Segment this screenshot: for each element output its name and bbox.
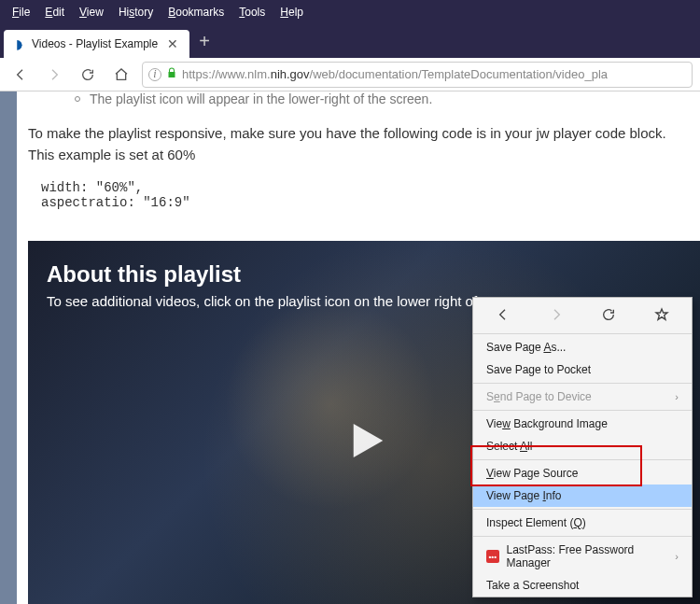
reload-button[interactable] — [75, 62, 101, 88]
url-bar[interactable]: i https://www.nlm.nih.gov/web/documentat… — [142, 62, 693, 88]
star-icon — [654, 307, 669, 322]
arrow-right-icon — [47, 67, 62, 82]
nested-list-item: The playlist icon will appear in the low… — [28, 91, 681, 116]
ctx-send-page-to-device[interactable]: Send Page to Device› — [473, 386, 692, 408]
arrow-right-icon — [549, 307, 564, 322]
reload-icon — [601, 307, 616, 322]
play-icon — [339, 415, 389, 466]
ctx-back-button[interactable] — [490, 303, 516, 326]
arrow-left-icon — [13, 67, 28, 82]
home-icon — [114, 67, 129, 82]
context-nav-row — [473, 298, 692, 331]
video-heading: About this playlist — [28, 241, 700, 293]
lock-icon — [166, 67, 177, 81]
ctx-lastpass[interactable]: •••LastPass: Free Password Manager › — [473, 539, 692, 574]
lastpass-icon: ••• — [486, 550, 499, 563]
tab-title: Videos - Playlist Example — [32, 37, 158, 50]
browser-menubar: File Edit View History Bookmarks Tools H… — [0, 0, 700, 24]
left-rail — [0, 91, 17, 604]
arrow-left-icon — [496, 307, 511, 322]
ctx-save-to-pocket[interactable]: Save Page to Pocket — [473, 358, 692, 381]
context-menu: Save Page As... Save Page to Pocket Send… — [472, 297, 693, 597]
page-content: The playlist icon will appear in the low… — [0, 91, 700, 210]
ctx-view-page-source[interactable]: View Page Source — [473, 462, 692, 485]
responsive-paragraph: To make the playlist responsive, make su… — [28, 123, 681, 165]
menu-view[interactable]: View — [73, 4, 110, 21]
home-button[interactable] — [108, 62, 134, 88]
tab-active[interactable]: ◗ Videos - Playlist Example ✕ — [4, 30, 189, 58]
ctx-forward-button[interactable] — [543, 303, 569, 326]
new-tab-button[interactable]: + — [189, 31, 219, 58]
ctx-save-page-as[interactable]: Save Page As... — [473, 336, 692, 358]
menu-help[interactable]: Help — [273, 4, 310, 21]
forward-button[interactable] — [41, 62, 67, 88]
back-button[interactable] — [7, 62, 34, 88]
ctx-view-background-image[interactable]: View Background Image — [473, 413, 692, 435]
menu-bookmarks[interactable]: Bookmarks — [161, 4, 231, 21]
tab-favicon-icon: ◗ — [11, 36, 26, 51]
ctx-view-page-info[interactable]: View Page Info — [473, 485, 692, 507]
ctx-bookmark-button[interactable] — [649, 303, 675, 326]
site-info-icon[interactable]: i — [148, 68, 161, 81]
nav-toolbar: i https://www.nlm.nih.gov/web/documentat… — [0, 58, 700, 91]
menu-history[interactable]: History — [112, 4, 160, 21]
tab-close-button[interactable]: ✕ — [163, 36, 182, 51]
reload-icon — [80, 67, 95, 82]
code-snippet: width: "60%", aspectratio: "16:9" — [41, 180, 681, 210]
ctx-reload-button[interactable] — [595, 303, 622, 326]
page-viewport: The playlist icon will appear in the low… — [0, 91, 700, 604]
play-button[interactable] — [336, 413, 392, 469]
menu-file[interactable]: File — [6, 4, 36, 21]
bullet-icon — [75, 96, 80, 102]
url-text: https://www.nlm.nih.gov/web/documentatio… — [182, 67, 608, 81]
menu-tools[interactable]: Tools — [232, 4, 272, 21]
ctx-select-all[interactable]: Select All — [473, 435, 692, 457]
bullet-text: The playlist icon will appear in the low… — [90, 91, 432, 106]
ctx-take-screenshot[interactable]: Take a Screenshot — [473, 574, 692, 597]
ctx-inspect-element[interactable]: Inspect Element (Q) — [473, 512, 692, 534]
menu-edit[interactable]: Edit — [38, 4, 71, 21]
tab-strip: ◗ Videos - Playlist Example ✕ + — [0, 24, 700, 58]
